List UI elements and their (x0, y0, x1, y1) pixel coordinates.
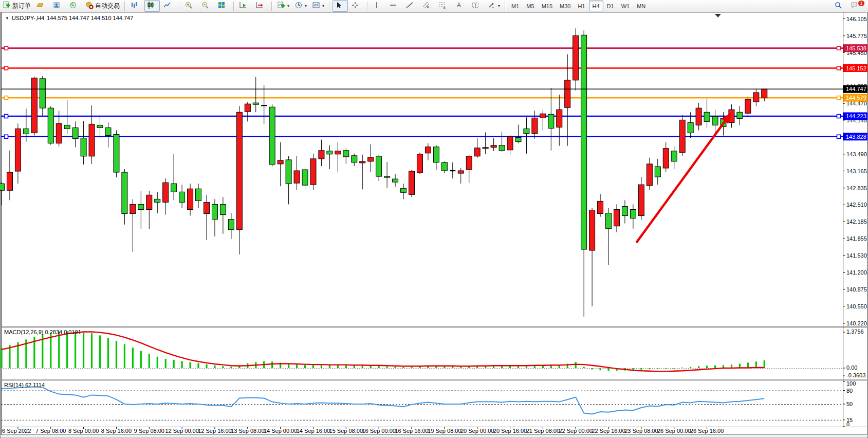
svg-text:141.530: 141.530 (846, 252, 867, 259)
dropdown-caret-icon[interactable]: ▾ (498, 4, 500, 8)
line-handle[interactable] (837, 66, 841, 70)
svg-text:8 Sep 00:00: 8 Sep 00:00 (68, 428, 99, 434)
line-handle[interactable] (5, 46, 8, 50)
text-label-button[interactable]: T (469, 0, 485, 12)
svg-text:50: 50 (846, 401, 853, 407)
notifications-button[interactable]: 1 (848, 0, 864, 12)
mt4-window: 新订单自动交易▾▾▾EFAT▾M1M5M15M30H1H4D1W1MN1 ▼ U… (0, 0, 868, 438)
periods-button[interactable]: ▾ (292, 0, 309, 12)
fibonacci-button[interactable]: F (436, 0, 452, 12)
toolbar-separator (179, 2, 180, 11)
svg-text:144.579: 144.579 (846, 95, 866, 101)
svg-text:100: 100 (846, 380, 856, 387)
svg-text:-0.3603: -0.3603 (846, 372, 865, 378)
svg-text:144.223: 144.223 (846, 113, 866, 119)
crosshair-button[interactable] (349, 0, 364, 12)
toolbar-separator (233, 2, 234, 11)
price-badge-144.223: 144.223 (843, 113, 867, 120)
chart-shift-icon (255, 1, 264, 11)
market-watch-button[interactable] (50, 0, 66, 12)
svg-text:9 Sep 08:00: 9 Sep 08:00 (134, 428, 164, 434)
svg-text:80: 80 (846, 388, 853, 394)
svg-text:140.220: 140.220 (846, 320, 867, 326)
svg-text:16 Sep 16:00: 16 Sep 16:00 (395, 428, 428, 434)
timeframe-button-m15[interactable]: M15 (538, 1, 556, 11)
arrows-icon (488, 1, 496, 11)
svg-text:145.152: 145.152 (846, 65, 866, 71)
timeframe-button-w1[interactable]: W1 (618, 1, 634, 11)
channel-icon: E (422, 1, 430, 11)
periods-icon (294, 1, 303, 11)
timeframe-button-h4[interactable]: H4 (589, 1, 603, 11)
arrows-button[interactable]: ▾ (486, 0, 502, 12)
chat-icon (851, 1, 859, 11)
text-button[interactable]: A (453, 0, 468, 12)
chart-shift-button[interactable] (253, 0, 269, 12)
svg-text:140.550: 140.550 (846, 303, 867, 309)
zoom-in-button[interactable] (182, 0, 198, 12)
trendline-button[interactable] (403, 0, 419, 12)
ohlc-values: 144.575 144.747 144.510 144.747 (47, 15, 133, 21)
fibonacci-icon: F (438, 1, 447, 11)
price-badge-145.538: 145.538 (843, 44, 867, 52)
indicators-button[interactable]: ▾ (275, 0, 291, 12)
main-toolbar: 新订单自动交易▾▾▾EFAT▾M1M5M15M30H1H4D1W1MN1 (0, 0, 868, 12)
signals-button[interactable] (67, 0, 82, 12)
auto-scroll-button[interactable] (237, 0, 252, 12)
line-handle[interactable] (5, 135, 8, 138)
timeframe-button-h1[interactable]: H1 (574, 1, 588, 11)
timeframe-button-m30[interactable]: M30 (556, 1, 574, 11)
svg-text:F: F (444, 7, 446, 10)
templates-button[interactable]: ▾ (310, 0, 326, 12)
auto-trading-button[interactable]: 自动交易 (83, 0, 122, 12)
line-handle[interactable] (5, 96, 8, 100)
equidistant-channel-button[interactable]: E (420, 0, 435, 12)
vline-icon (373, 1, 381, 11)
svg-text:A: A (457, 2, 461, 9)
chevron-down-icon[interactable]: ▼ (5, 16, 9, 21)
toolbar-separator (505, 2, 506, 11)
svg-text:12 Sep 16:00: 12 Sep 16:00 (198, 428, 231, 434)
line-handle[interactable] (837, 96, 841, 100)
new-order-button[interactable]: 新订单 (1, 0, 33, 12)
dropdown-caret-icon[interactable]: ▾ (305, 4, 307, 8)
price-badge-144.579: 144.579 (843, 94, 867, 102)
svg-text:22 Sep 00:00: 22 Sep 00:00 (559, 428, 592, 434)
tile-windows-button[interactable] (215, 0, 231, 12)
chart-canvas: 146.105145.775145.450145.125144.795144.4… (0, 0, 868, 438)
line-handle[interactable] (5, 115, 8, 118)
candle-chart-icon (146, 1, 155, 11)
search-button[interactable] (832, 0, 847, 12)
svg-text:142.835: 142.835 (846, 185, 867, 191)
line-handle[interactable] (5, 66, 8, 70)
line-handle[interactable] (837, 115, 841, 118)
bar-chart-button[interactable] (128, 0, 143, 12)
zoom-out-button[interactable] (199, 0, 214, 12)
line-chart-button[interactable] (161, 0, 176, 12)
timeframe-button-d1[interactable]: D1 (603, 1, 618, 11)
svg-text:20 Sep 00:00: 20 Sep 00:00 (460, 428, 494, 434)
vertical-line-button[interactable] (371, 0, 386, 12)
macd-indicator-label: MACD(12,26,9) 0.2834 0.0191 (4, 329, 81, 335)
timeframe-button-m5[interactable]: M5 (523, 1, 538, 11)
svg-text:21 Sep 08:00: 21 Sep 08:00 (526, 428, 560, 434)
profiles-button[interactable] (34, 0, 49, 12)
cursor-button[interactable] (333, 0, 348, 12)
svg-text:26 Sep 00:00: 26 Sep 00:00 (657, 428, 691, 434)
line-handle[interactable] (837, 135, 841, 138)
profiles-icon (36, 1, 44, 11)
dropdown-caret-icon[interactable]: ▾ (322, 4, 324, 8)
text-label-icon: T (471, 1, 479, 11)
time-axis[interactable]: 6 Sep 20227 Sep 08:008 Sep 00:008 Sep 16… (2, 427, 724, 434)
horizontal-line-button[interactable] (387, 0, 402, 12)
svg-text:14 Sep 00:00: 14 Sep 00:00 (264, 428, 297, 434)
timeframe-button-mn[interactable]: MN (633, 1, 649, 11)
toolbar-separator (367, 2, 368, 11)
candlestick-chart-button[interactable] (144, 0, 160, 12)
svg-text:0: 0 (846, 421, 849, 427)
line-handle[interactable] (837, 46, 841, 50)
svg-text:146.105: 146.105 (846, 16, 867, 22)
dropdown-caret-icon[interactable]: ▾ (287, 4, 289, 8)
svg-text:8 Sep 16:00: 8 Sep 16:00 (101, 428, 132, 434)
timeframe-button-m1[interactable]: M1 (508, 1, 523, 11)
